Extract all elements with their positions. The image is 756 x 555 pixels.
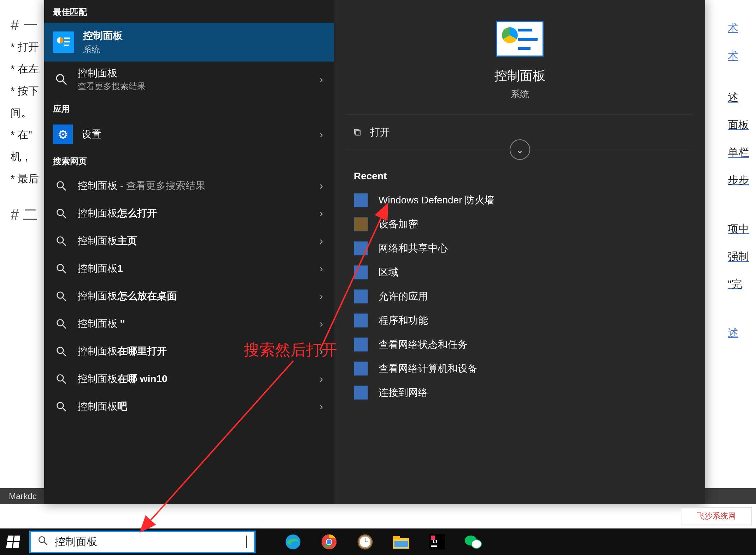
recent-label: Recent xyxy=(334,166,705,188)
search-input-value: 控制面板 xyxy=(55,534,239,549)
web-result-6[interactable]: 控制面板在哪里打开 › xyxy=(44,337,334,365)
programs-icon xyxy=(354,313,368,328)
taskbar-pinned-apps: IJ xyxy=(284,533,482,551)
web-result-0[interactable]: 控制面板 - 查看更多搜索结果 › xyxy=(44,172,334,200)
background-right-links: 术 术 述 面板 单栏 步步 项中 强制 "完 述 xyxy=(728,14,756,347)
svg-line-5 xyxy=(63,81,66,85)
chevron-right-icon: › xyxy=(320,345,323,357)
wechat-icon[interactable] xyxy=(464,533,482,551)
recent-item[interactable]: 查看网络计算机和设备 xyxy=(334,357,705,381)
recent-item[interactable]: 设备加密 xyxy=(334,212,705,236)
connect-network-icon xyxy=(354,386,368,400)
expand-button[interactable]: ⌄ xyxy=(334,139,705,160)
search-icon xyxy=(53,343,69,359)
web-result-7[interactable]: 控制面板在哪 win10 › xyxy=(44,365,334,393)
intellij-icon[interactable]: IJ xyxy=(428,533,446,551)
web-result-5[interactable]: 控制面板 '' › xyxy=(44,310,334,337)
svg-point-24 xyxy=(39,537,45,542)
chevron-right-icon: › xyxy=(320,73,323,85)
chrome-icon[interactable] xyxy=(320,533,338,551)
svg-point-18 xyxy=(57,347,63,354)
watermark: 飞沙系统网 xyxy=(681,507,752,525)
search-icon xyxy=(53,288,69,304)
svg-point-12 xyxy=(57,265,63,271)
best-match-title: 控制面板 xyxy=(83,29,123,42)
svg-line-7 xyxy=(63,187,66,190)
file-explorer-icon[interactable] xyxy=(392,533,410,551)
allowed-apps-icon xyxy=(354,289,368,303)
see-more-results[interactable]: 控制面板 查看更多搜索结果 › xyxy=(44,62,334,97)
search-icon xyxy=(53,206,69,221)
svg-line-13 xyxy=(63,270,66,273)
recent-item[interactable]: Windows Defender 防火墙 xyxy=(334,188,705,212)
chevron-right-icon: › xyxy=(320,207,323,219)
svg-line-25 xyxy=(44,542,47,545)
svg-line-11 xyxy=(63,242,66,245)
chevron-right-icon: › xyxy=(320,373,323,385)
web-result-4[interactable]: 控制面板怎么放在桌面 › xyxy=(44,282,334,310)
apps-label: 应用 xyxy=(44,97,334,120)
recent-item[interactable]: 区域 xyxy=(334,260,705,284)
svg-point-16 xyxy=(57,320,63,326)
taskbar: 控制面板 IJ xyxy=(0,528,756,555)
svg-rect-1 xyxy=(64,37,70,39)
svg-line-23 xyxy=(63,408,66,411)
best-match-label: 最佳匹配 xyxy=(44,0,334,23)
start-button[interactable] xyxy=(0,528,27,555)
web-result-8[interactable]: 控制面板吧 › xyxy=(44,393,334,420)
svg-point-4 xyxy=(57,75,64,82)
chevron-right-icon: › xyxy=(320,235,323,247)
svg-text:IJ: IJ xyxy=(433,539,437,544)
web-result-1[interactable]: 控制面板怎么打开 › xyxy=(44,200,334,227)
edge-icon[interactable] xyxy=(284,533,302,551)
network-devices-icon xyxy=(354,362,368,376)
search-icon xyxy=(53,399,69,415)
chevron-right-icon: › xyxy=(320,128,323,140)
region-icon xyxy=(354,265,368,279)
search-icon xyxy=(53,178,69,194)
chevron-right-icon: › xyxy=(320,180,323,192)
open-icon: ⧉ xyxy=(354,127,361,138)
svg-point-30 xyxy=(327,539,332,544)
chevron-down-icon: ⌄ xyxy=(510,139,530,160)
best-match-item[interactable]: 控制面板 系统 xyxy=(44,23,334,62)
search-icon xyxy=(53,71,69,87)
svg-rect-37 xyxy=(394,541,408,547)
svg-line-17 xyxy=(63,325,66,328)
svg-point-6 xyxy=(57,182,63,188)
detail-pane: 控制面板 系统 ⧉ 打开 ⌄ Recent Windows Defender 防… xyxy=(334,0,705,504)
recent-item[interactable]: 程序和功能 xyxy=(334,308,705,333)
svg-line-9 xyxy=(63,215,66,218)
svg-point-8 xyxy=(57,209,63,216)
shield-icon xyxy=(354,193,368,207)
svg-point-43 xyxy=(471,540,481,548)
svg-line-19 xyxy=(63,353,66,356)
web-result-2[interactable]: 控制面板主页 › xyxy=(44,227,334,255)
best-match-subtitle: 系统 xyxy=(83,44,123,55)
recent-item[interactable]: 查看网络状态和任务 xyxy=(334,333,705,357)
gear-icon: ⚙ xyxy=(53,125,73,144)
chevron-right-icon: › xyxy=(320,400,323,412)
svg-point-20 xyxy=(57,375,63,381)
web-result-3[interactable]: 控制面板1 › xyxy=(44,255,334,282)
detail-header: 控制面板 系统 xyxy=(334,0,705,115)
recent-item[interactable]: 允许的应用 xyxy=(334,284,705,308)
web-label: 搜索网页 xyxy=(44,149,334,172)
detail-subtitle: 系统 xyxy=(511,88,529,100)
search-icon xyxy=(53,316,69,332)
recent-item[interactable]: 连接到网络 xyxy=(334,381,705,405)
clock-icon[interactable] xyxy=(356,533,374,551)
search-icon xyxy=(53,371,69,387)
encryption-icon xyxy=(354,217,368,231)
settings-app-item[interactable]: ⚙ 设置 › xyxy=(44,120,334,149)
chevron-right-icon: › xyxy=(320,262,323,274)
recent-item[interactable]: 网络和共享中心 xyxy=(334,236,705,260)
detail-title: 控制面板 xyxy=(494,67,545,85)
taskbar-search-box[interactable]: 控制面板 xyxy=(29,531,256,553)
network-icon xyxy=(354,241,368,255)
svg-rect-2 xyxy=(64,41,70,42)
search-icon xyxy=(38,536,48,548)
svg-rect-36 xyxy=(393,536,400,539)
windows-icon xyxy=(6,536,20,548)
svg-rect-3 xyxy=(64,45,69,46)
